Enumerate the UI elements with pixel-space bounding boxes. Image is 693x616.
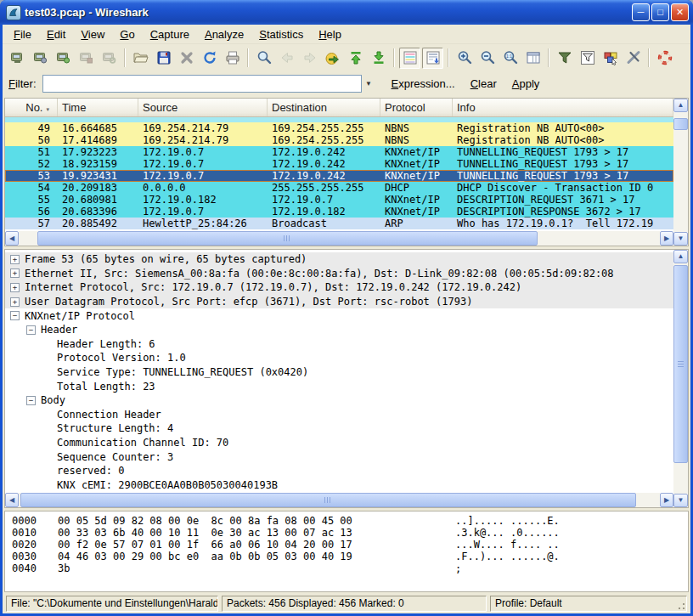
expression-button[interactable]: Expression... <box>392 77 455 90</box>
hex-row[interactable]: 001000 33 03 6b 40 00 10 11 0e 30 ac 13 … <box>5 527 688 539</box>
filter-label: Filter: <box>8 77 37 90</box>
packet-row[interactable]: 5620.683396172.19.0.7172.19.0.182KNXnet/… <box>5 206 673 218</box>
tree-row[interactable]: −KNXnet/IP Protocol <box>5 308 673 323</box>
packet-row[interactable]: 5117.923223172.19.0.7172.19.0.242KNXnet/… <box>5 146 673 158</box>
packet-row[interactable]: 5520.680981172.19.0.182172.19.0.7KNXnet/… <box>5 194 673 206</box>
packet-cell-no: 51 <box>5 146 58 158</box>
tree-row[interactable]: Sequence Counter: 3 <box>5 449 673 464</box>
menu-help[interactable]: Help <box>311 25 349 43</box>
filter-input[interactable] <box>42 75 362 93</box>
collapse-icon[interactable]: − <box>26 325 36 335</box>
hex-row[interactable]: 003004 46 03 00 29 00 bc e0 aa 0b 0b 05 … <box>5 551 688 562</box>
clear-button[interactable]: Clear <box>470 77 497 90</box>
autoscroll-icon[interactable] <box>422 48 443 69</box>
help-icon[interactable] <box>654 48 675 69</box>
packet-cell-no: 50 <box>5 134 58 146</box>
coloring-rules-icon[interactable] <box>600 48 621 69</box>
filter-dropdown-icon[interactable]: ▼ <box>362 75 376 93</box>
tree-row[interactable]: Service Type: TUNNELLING_REQUEST (0x0420… <box>5 365 673 380</box>
capture-options-icon[interactable] <box>30 48 51 69</box>
column-header-destination[interactable]: Destination <box>268 99 380 116</box>
scroll-left-icon[interactable]: ◀ <box>5 231 19 246</box>
open-file-icon[interactable] <box>130 48 151 69</box>
zoom-100-icon[interactable]: 1:1 <box>499 48 521 69</box>
packet-row[interactable]: 5420.2091830.0.0.0255.255.255.255DHCPDHC… <box>5 182 673 194</box>
menu-go[interactable]: Go <box>112 25 142 43</box>
packet-row[interactable]: 5218.923159172.19.0.7172.19.0.242KNXnet/… <box>5 158 673 170</box>
tree-row[interactable]: +User Datagram Protocol, Src Port: efcp … <box>5 295 673 309</box>
scroll-up-icon[interactable]: ▲ <box>673 250 688 263</box>
menu-view[interactable]: View <box>73 25 112 43</box>
tree-row[interactable]: −Body <box>5 393 673 408</box>
expand-icon[interactable]: + <box>10 268 20 278</box>
find-packet-icon[interactable] <box>253 48 274 69</box>
save-file-icon[interactable] <box>153 48 174 69</box>
detail-hscrollbar[interactable]: ◀ ▶ <box>5 493 673 507</box>
scroll-down-icon[interactable]: ▼ <box>673 494 688 507</box>
expand-icon[interactable]: + <box>10 297 20 307</box>
tree-row[interactable]: Connection Header <box>5 408 673 422</box>
scroll-down-icon[interactable]: ▼ <box>673 232 688 246</box>
column-header-no[interactable]: No.▾ <box>5 99 58 116</box>
tree-row[interactable]: +Internet Protocol, Src: 172.19.0.7 (172… <box>5 280 673 295</box>
packet-row[interactable]: 4916.664685169.254.214.79169.254.255.255… <box>5 122 673 134</box>
column-header-protocol[interactable]: Protocol <box>380 99 453 116</box>
hex-bytes: 3b <box>49 562 455 574</box>
tree-row[interactable]: +Ethernet II, Src: SiemensA_00:8a:fa (00… <box>5 267 673 281</box>
preferences-icon[interactable] <box>623 48 644 69</box>
tree-row[interactable]: Total Length: 23 <box>5 379 673 393</box>
zoom-in-icon[interactable] <box>454 48 475 69</box>
resize-grip-icon[interactable] <box>675 600 685 610</box>
maximize-button[interactable]: □ <box>651 3 669 21</box>
collapse-icon[interactable]: − <box>26 396 36 405</box>
packet-list-hscrollbar[interactable]: ◀ ▶ <box>5 231 673 246</box>
tree-row[interactable]: −Header <box>5 323 673 337</box>
capture-start-icon[interactable] <box>53 48 74 69</box>
scroll-up-icon[interactable]: ▲ <box>673 99 688 112</box>
go-to-packet-icon[interactable] <box>322 48 343 69</box>
expand-icon[interactable]: + <box>10 255 20 264</box>
print-icon[interactable] <box>222 48 243 69</box>
packet-list-vscrollbar[interactable]: ▲ ▼ <box>673 99 688 246</box>
menu-statistics[interactable]: Statistics <box>251 25 311 43</box>
tree-row[interactable]: KNX cEMI: 2900BCE0AA0B0B05030040193B <box>5 478 673 493</box>
scroll-right-icon[interactable]: ▶ <box>660 231 673 246</box>
menu-capture[interactable]: Capture <box>143 25 197 43</box>
display-filters-icon[interactable] <box>577 48 598 69</box>
tree-row[interactable]: reserved: 0 <box>5 464 673 478</box>
expand-icon[interactable]: + <box>10 283 20 292</box>
close-button[interactable]: ✕ <box>671 3 689 21</box>
tree-row[interactable]: Header Length: 6 <box>5 337 673 352</box>
colorize-icon[interactable] <box>399 48 420 69</box>
close-file-icon[interactable] <box>176 48 197 69</box>
go-bottom-icon[interactable] <box>368 48 389 69</box>
detail-vscrollbar[interactable]: ▲ ▼ <box>673 250 688 507</box>
scroll-right-icon[interactable]: ▶ <box>660 493 673 507</box>
column-header-source[interactable]: Source <box>138 99 268 116</box>
menu-file[interactable]: File <box>6 25 39 43</box>
scroll-left-icon[interactable]: ◀ <box>5 493 19 507</box>
column-header-time[interactable]: Time <box>58 99 138 116</box>
packet-row[interactable]: 5319.923431172.19.0.7172.19.0.242KNXnet/… <box>5 170 673 182</box>
collapse-icon[interactable]: − <box>10 311 20 320</box>
capture-filters-icon[interactable] <box>554 48 575 69</box>
zoom-out-icon[interactable] <box>476 48 498 69</box>
hex-row[interactable]: 000000 05 5d 09 82 08 00 0e 8c 00 8a fa … <box>5 515 688 527</box>
capture-interfaces-icon[interactable] <box>7 48 28 69</box>
minimize-button[interactable]: ─ <box>632 3 650 21</box>
hex-row[interactable]: 00403b; <box>5 562 688 574</box>
tree-row[interactable]: Structure Length: 4 <box>5 421 673 436</box>
column-header-info[interactable]: Info <box>453 99 673 116</box>
menu-edit[interactable]: Edit <box>39 25 73 43</box>
packet-row[interactable]: 5017.414689169.254.214.79169.254.255.255… <box>5 134 673 146</box>
apply-button[interactable]: Apply <box>512 77 540 90</box>
resize-columns-icon[interactable] <box>522 48 544 69</box>
packet-row[interactable]: 5720.885492HewlettP_25:84:26BroadcastARP… <box>5 218 673 229</box>
reload-icon[interactable] <box>199 48 220 69</box>
tree-row[interactable]: Protocol Version: 1.0 <box>5 351 673 365</box>
tree-row[interactable]: Communication Channel ID: 70 <box>5 436 673 450</box>
tree-row[interactable]: +Frame 53 (65 bytes on wire, 65 bytes ca… <box>5 252 673 267</box>
hex-row[interactable]: 002000 f2 0e 57 07 01 00 1f 66 a0 06 10 … <box>5 539 688 551</box>
menu-analyze[interactable]: Analyze <box>197 25 251 43</box>
go-top-icon[interactable] <box>345 48 366 69</box>
